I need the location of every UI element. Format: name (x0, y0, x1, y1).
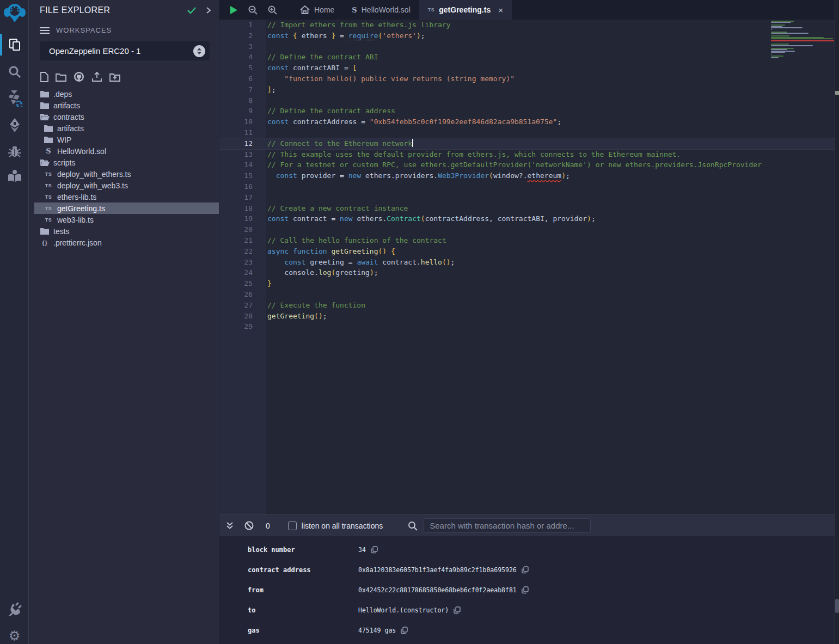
tab-home[interactable]: Home (291, 0, 343, 20)
activity-bar: ⚙ (0, 0, 29, 644)
terminal-toolbar: 0 listen on all transactions (219, 514, 839, 536)
tree-item-label: WIP (57, 136, 71, 144)
ts-icon: TS (44, 183, 53, 188)
tx-detail-label: from (248, 586, 358, 594)
tree-item-artifacts[interactable]: artifacts (34, 100, 219, 111)
code-line-8: 8 (219, 95, 835, 106)
copy-icon[interactable] (401, 627, 408, 634)
tree-item-wip[interactable]: WIP (34, 134, 219, 145)
copy-icon[interactable] (454, 606, 461, 614)
tx-detail-row-block-number: block number34 (219, 539, 839, 560)
transaction-count: 0 (266, 522, 270, 530)
json-icon: { } (40, 240, 50, 246)
code-line-14: 14// For a testnet or custom RPC, use et… (219, 160, 835, 170)
minimap[interactable] (769, 20, 835, 514)
upload-folder-icon[interactable] (109, 72, 120, 82)
tree-item-label: artifacts (53, 101, 80, 110)
pin-panel-chevron-icon[interactable] (206, 7, 211, 14)
settings-gear-icon[interactable]: ⚙ (0, 625, 29, 644)
search-icon[interactable] (0, 61, 29, 83)
tree-item-tests[interactable]: tests (34, 225, 219, 237)
debugger-icon[interactable] (0, 140, 29, 162)
code-line-13: 13// This example uses the default provi… (219, 149, 835, 160)
panel-title: FILE EXPLORER (40, 5, 110, 15)
clear-console-icon[interactable] (244, 521, 254, 530)
close-tab-icon[interactable]: × (498, 5, 503, 15)
tx-detail-row-from: from0x42452c22c88178685850e68beb6cf0f2ae… (219, 580, 839, 600)
plugin-manager-icon[interactable] (0, 598, 29, 620)
ts-icon: TS (44, 217, 53, 223)
upload-file-icon[interactable] (91, 72, 102, 82)
code-line-12: 12// Connect to the Ethereum network (219, 138, 835, 149)
tree-item-ethers-lib-ts[interactable]: TSethers-lib.ts (34, 191, 219, 203)
tab-getgreeting-ts[interactable]: TSgetGreeting.ts× (419, 0, 512, 20)
learneth-icon[interactable] (0, 165, 29, 187)
code-line-1: 1// Import ethers from the ethers.js lib… (219, 20, 835, 30)
workspace-sort-icon[interactable] (193, 45, 205, 57)
tx-detail-value: 34 (358, 546, 366, 554)
code-editor[interactable]: 1// Import ethers from the ethers.js lib… (219, 20, 835, 514)
copy-icon[interactable] (522, 566, 529, 574)
tree-item--prettierrc-json[interactable]: { }.prettierrc.json (34, 237, 219, 248)
zoom-out-icon[interactable] (248, 5, 258, 15)
tree-item-getgreeting-ts[interactable]: TSgetGreeting.ts (34, 203, 219, 214)
scrollbar-marker[interactable] (835, 91, 839, 95)
terminal: 0 listen on all transactions block numbe… (219, 514, 839, 644)
tree-item--deps[interactable]: .deps (34, 88, 219, 100)
terminal-search-input[interactable] (424, 518, 591, 533)
tree-item-scripts[interactable]: scripts (34, 157, 219, 168)
tree-item-label: ethers-lib.ts (57, 193, 96, 201)
check-icon (186, 6, 197, 15)
copy-icon[interactable] (522, 586, 529, 594)
tab-helloworld-sol[interactable]: SHelloWorld.sol (343, 0, 419, 20)
tree-item-label: HelloWorld.sol (57, 147, 106, 156)
code-line-16: 16 (219, 181, 835, 192)
tree-item-contracts[interactable]: contracts (34, 111, 219, 122)
tree-item-label: scripts (53, 158, 75, 167)
tx-detail-row-gas: gas475149 gas (219, 620, 839, 640)
terminal-output: block number34contract address0x8a120383… (219, 536, 839, 640)
remix-ide-window: ⚙ FILE EXPLORER WORKSPACES OpenZeppelin … (0, 0, 839, 644)
listen-transactions-checkbox[interactable] (288, 522, 297, 530)
workspace-select[interactable]: OpenZeppelin ERC20 - 1 (40, 41, 210, 60)
solidity-compiler-icon[interactable] (0, 87, 29, 109)
tab-label: Home (314, 5, 334, 14)
code-line-19: 19const contract = new ethers.Contract(c… (219, 213, 835, 224)
file-explorer-icon[interactable] (0, 34, 29, 56)
terminal-prompt[interactable]: > (219, 642, 839, 644)
copy-icon[interactable] (371, 546, 378, 554)
tx-detail-value: 475149 gas (358, 627, 396, 634)
tab-label: HelloWorld.sol (362, 5, 411, 14)
tree-item-label: deploy_with_ethers.ts (57, 170, 131, 179)
tx-detail-label: contract address (248, 566, 358, 574)
code-line-20: 20 (219, 224, 835, 235)
tree-item-helloworld-sol[interactable]: SHelloWorld.sol (34, 145, 219, 157)
tree-item-label: contracts (53, 113, 84, 121)
new-folder-icon[interactable] (56, 72, 66, 82)
tree-item-deploy-with-ethers-ts[interactable]: TSdeploy_with_ethers.ts (34, 168, 219, 180)
code-line-11: 11 (219, 127, 835, 138)
tree-item-label: deploy_with_web3.ts (57, 181, 128, 190)
deploy-and-run-icon[interactable] (0, 114, 29, 136)
page-scrollbar[interactable] (835, 0, 839, 644)
remix-logo-icon[interactable] (0, 2, 29, 24)
clone-github-icon[interactable] (74, 71, 84, 82)
scrollbar-thumb[interactable] (835, 599, 839, 613)
tree-item-artifacts[interactable]: artifacts (34, 122, 219, 134)
expand-terminal-icon[interactable] (226, 522, 234, 530)
folder-icon (44, 136, 53, 143)
workspace-name: OpenZeppelin ERC20 - 1 (49, 46, 193, 56)
hamburger-menu-icon[interactable] (40, 27, 50, 34)
tree-item-web3-lib-ts[interactable]: TSweb3-lib.ts (34, 214, 219, 225)
workspaces-label: WORKSPACES (56, 26, 112, 34)
code-line-17: 17 (219, 192, 835, 203)
code-line-15: 15 const provider = new ethers.providers… (219, 170, 835, 181)
zoom-in-icon[interactable] (268, 5, 277, 15)
tx-detail-label: gas (248, 627, 358, 634)
run-script-button[interactable] (230, 5, 238, 15)
tree-item-label: .deps (53, 90, 72, 99)
new-file-icon[interactable] (40, 72, 48, 82)
tree-item-deploy-with-web3-ts[interactable]: TSdeploy_with_web3.ts (34, 180, 219, 191)
main-area: HomeSHelloWorld.solTSgetGreeting.ts× 1//… (219, 0, 839, 644)
file-toolbar (29, 60, 219, 82)
